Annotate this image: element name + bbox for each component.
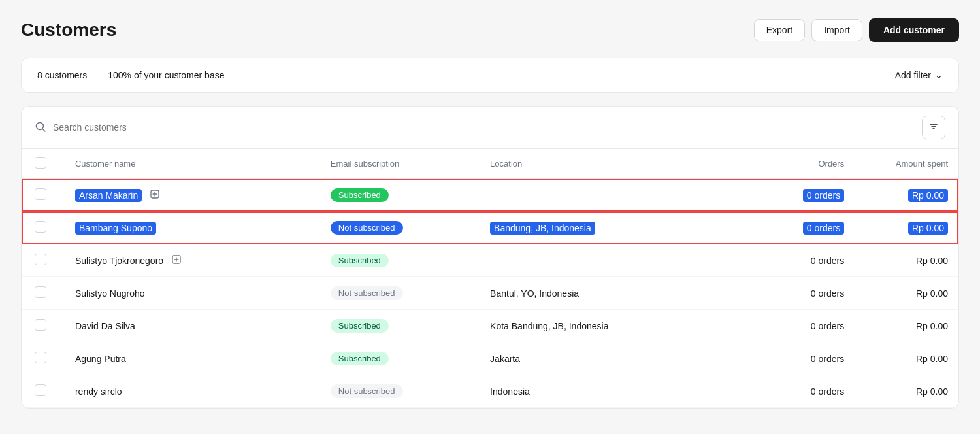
table-row[interactable]: Sulistyo NugrohoNot subscribedBantul, YO… (22, 277, 958, 310)
search-left (35, 121, 922, 135)
row-checkbox[interactable] (35, 188, 46, 200)
location-value: Indonesia (480, 375, 751, 408)
row-checkbox[interactable] (35, 384, 46, 396)
amount-value: Rp 0.00 (855, 375, 958, 408)
orders-value: 0 orders (751, 277, 855, 310)
svg-line-1 (43, 129, 46, 131)
chevron-down-icon: ⌄ (935, 70, 943, 80)
page-container: Customers Export Import Add customer 8 c… (0, 0, 980, 434)
amount-value: Rp 0.00 (908, 189, 948, 202)
customer-percent: 100% of your customer base (108, 70, 224, 80)
location-value: Kota Bandung, JB, Indonesia (480, 310, 751, 342)
edit-icon[interactable] (171, 254, 182, 267)
row-checkbox[interactable] (35, 286, 46, 298)
location-value: Jakarta (480, 342, 751, 375)
amount-cell: Rp 0.00 (855, 179, 958, 212)
subscription-badge: Not subscribed (331, 384, 403, 398)
amount-value: Rp 0.00 (855, 277, 958, 310)
table-row[interactable]: Arsan MakarinSubscribed0 ordersRp 0.00 (22, 179, 958, 212)
subscription-cell: Not subscribed (320, 277, 480, 310)
col-header-email: Email subscription (320, 149, 480, 179)
col-header-orders: Orders (751, 149, 855, 179)
orders-cell: 0 orders (751, 179, 855, 212)
edit-icon[interactable] (150, 189, 160, 201)
table-row[interactable]: Agung PutraSubscribedJakarta0 ordersRp 0… (22, 342, 958, 375)
location-cell (480, 244, 751, 277)
subscription-cell: Subscribed (320, 342, 480, 375)
customers-table: Customer name Email subscription Locatio… (22, 149, 958, 408)
amount-value: Rp 0.00 (855, 342, 958, 375)
customer-name-cell: David Da Silva (65, 310, 320, 342)
page-title: Customers (21, 20, 116, 41)
select-all-checkbox[interactable] (35, 157, 46, 169)
table-row[interactable]: rendy sircloNot subscribedIndonesia0 ord… (22, 375, 958, 408)
orders-value: 0 orders (751, 244, 855, 277)
location-value: Bandung, JB, Indonesia (490, 222, 595, 235)
svg-point-0 (37, 122, 44, 129)
add-filter-button[interactable]: Add filter ⌄ (895, 70, 943, 80)
summary-bar: 8 customers 100% of your customer base A… (21, 58, 959, 93)
customer-name-cell: Arsan Makarin (65, 179, 320, 212)
add-filter-label: Add filter (895, 70, 931, 80)
customer-name[interactable]: Sulistyo Nugroho (75, 288, 145, 299)
page-header: Customers Export Import Add customer (21, 18, 959, 42)
orders-value: 0 orders (803, 189, 844, 202)
customer-name[interactable]: Bambang Supono (75, 222, 156, 235)
subscription-badge: Not subscribed (331, 286, 403, 300)
customer-name[interactable]: rendy sirclo (75, 386, 122, 397)
subscription-badge: Subscribed (331, 319, 389, 333)
import-button[interactable]: Import (811, 19, 862, 41)
location-cell: Bandung, JB, Indonesia (480, 212, 751, 244)
col-header-location: Location (480, 149, 751, 179)
amount-value: Rp 0.00 (855, 244, 958, 277)
customer-name-cell: rendy sirclo (65, 375, 320, 408)
header-actions: Export Import Add customer (754, 18, 959, 42)
row-checkbox[interactable] (35, 254, 46, 265)
row-checkbox[interactable] (35, 319, 46, 331)
customer-name-cell: Bambang Supono (65, 212, 320, 244)
export-button[interactable]: Export (754, 19, 805, 41)
customer-name[interactable]: Arsan Makarin (75, 189, 142, 202)
amount-value: Rp 0.00 (855, 310, 958, 342)
table-row[interactable]: Sulistyo TjokronegoroSubscribed0 ordersR… (22, 244, 958, 277)
orders-value: 0 orders (751, 375, 855, 408)
customer-name-cell: Sulistyo Tjokronegoro (65, 244, 320, 277)
subscription-cell: Subscribed (320, 310, 480, 342)
table-container: Customer name Email subscription Locatio… (21, 106, 959, 409)
customer-name[interactable]: Sulistyo Tjokronegoro (75, 256, 163, 266)
col-header-name: Customer name (65, 149, 320, 179)
add-customer-button[interactable]: Add customer (869, 18, 959, 42)
amount-cell: Rp 0.00 (855, 212, 958, 244)
table-row[interactable]: Bambang SuponoNot subscribedBandung, JB,… (22, 212, 958, 244)
sort-icon (928, 122, 939, 134)
subscription-badge: Subscribed (331, 254, 389, 267)
subscription-badge: Subscribed (331, 352, 389, 365)
row-checkbox[interactable] (35, 352, 46, 363)
orders-value: 0 orders (751, 342, 855, 375)
col-header-amount: Amount spent (855, 149, 958, 179)
summary-stats: 8 customers 100% of your customer base (37, 70, 224, 80)
location-cell (480, 179, 751, 212)
customer-name-cell: Sulistyo Nugroho (65, 277, 320, 310)
amount-value: Rp 0.00 (908, 222, 948, 235)
search-bar (22, 107, 958, 149)
customer-name[interactable]: Agung Putra (75, 354, 126, 364)
subscription-cell: Subscribed (320, 179, 480, 212)
search-icon (35, 121, 46, 135)
orders-value: 0 orders (803, 222, 844, 235)
subscription-cell: Not subscribed (320, 375, 480, 408)
row-checkbox[interactable] (35, 221, 46, 233)
customer-count: 8 customers (37, 70, 87, 80)
orders-value: 0 orders (751, 310, 855, 342)
customer-name-cell: Agung Putra (65, 342, 320, 375)
search-input[interactable] (53, 122, 922, 133)
subscription-cell: Not subscribed (320, 212, 480, 244)
table-row[interactable]: David Da SilvaSubscribedKota Bandung, JB… (22, 310, 958, 342)
subscription-badge: Subscribed (331, 188, 389, 202)
orders-cell: 0 orders (751, 212, 855, 244)
subscription-badge: Not subscribed (331, 221, 403, 235)
sort-button[interactable] (922, 116, 945, 139)
customer-name[interactable]: David Da Silva (75, 321, 135, 331)
subscription-cell: Subscribed (320, 244, 480, 277)
location-value: Bantul, YO, Indonesia (480, 277, 751, 310)
